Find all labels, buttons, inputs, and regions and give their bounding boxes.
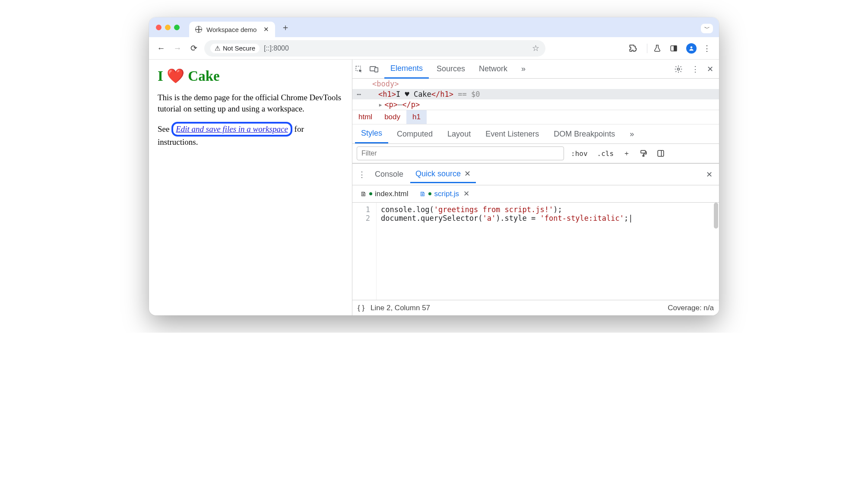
devtools-kebab-icon[interactable]: ⋮: [689, 64, 702, 74]
file-tabstrip: 🗎 index.html 🗎 script.js ✕: [352, 185, 719, 203]
code-string: 'font-style:italic': [540, 214, 624, 223]
editor-gutter: 1 2: [352, 203, 377, 300]
address-text: [::]:8000: [264, 45, 289, 52]
p2-before: See: [158, 124, 171, 134]
devtools-close-icon[interactable]: ✕: [703, 64, 716, 74]
code-string: 'greetings from script.js!': [434, 205, 553, 214]
styles-filter-input[interactable]: [357, 146, 564, 160]
heading-prefix: I: [158, 68, 167, 84]
devtools-panel: Elements Sources Network » ⋮ ✕ <body> <h…: [352, 60, 719, 315]
format-icon[interactable]: { }: [358, 304, 364, 312]
editor-statusbar: { } Line 2, Column 57 Coverage: n/a: [352, 300, 719, 315]
tab-search-button[interactable]: ﹀: [701, 24, 713, 33]
svg-point-6: [678, 68, 680, 70]
svg-rect-5: [375, 67, 378, 72]
line-number: 1: [352, 205, 370, 214]
dom-close-tag: </h1>: [431, 90, 453, 99]
file-tab-index[interactable]: 🗎 index.html: [356, 188, 412, 200]
dom-row-p[interactable]: ▸<p>⋯</p>: [352, 99, 719, 110]
hov-toggle[interactable]: :hov: [568, 149, 590, 159]
code-token: console.log(: [381, 205, 434, 214]
line-number: 2: [352, 214, 370, 223]
close-icon[interactable]: ✕: [463, 189, 469, 198]
file-tab-script[interactable]: 🗎 script.js ✕: [415, 188, 474, 200]
omnibox[interactable]: ⚠ Not Secure [::]:8000 ☆: [204, 40, 545, 57]
traffic-lights: [156, 25, 180, 30]
labs-icon[interactable]: [653, 45, 665, 52]
drawer-tab-quick-source[interactable]: Quick source ✕: [410, 165, 476, 183]
tab-network[interactable]: Network: [473, 60, 513, 78]
dom-row-body[interactable]: <body>: [352, 79, 719, 89]
globe-icon: [195, 26, 202, 33]
svg-rect-8: [643, 156, 644, 156]
dom-row-h1[interactable]: <h1>I ♥ Cake</h1> == $0: [352, 89, 719, 99]
toolbar-divider: [647, 44, 647, 53]
subtab-event-listeners[interactable]: Event Listeners: [479, 125, 545, 143]
security-label: Not Secure: [223, 45, 255, 52]
close-icon[interactable]: ✕: [263, 25, 269, 33]
subtab-layout[interactable]: Layout: [441, 125, 477, 143]
subtab-more[interactable]: »: [624, 125, 640, 143]
modified-dot-icon: [428, 192, 431, 195]
code-string: 'a': [482, 214, 496, 223]
svg-point-2: [691, 46, 693, 48]
subtab-dom-breakpoints[interactable]: DOM Breakpoints: [548, 125, 621, 143]
workspace-link[interactable]: Edit and save files in a workspace: [176, 124, 288, 134]
new-style-rule-icon[interactable]: ＋: [621, 148, 633, 159]
extensions-icon[interactable]: [629, 44, 641, 52]
code-token: ;: [624, 214, 628, 223]
dom-open-tag: <h1>: [378, 90, 396, 99]
svg-rect-7: [641, 150, 646, 153]
dom-breadcrumbs: html body h1: [352, 110, 719, 124]
tab-more[interactable]: »: [515, 60, 532, 78]
drawer-tab-console[interactable]: Console: [370, 166, 409, 182]
code-token: ).style =: [496, 214, 540, 223]
drawer-close-icon[interactable]: ✕: [703, 166, 716, 183]
modified-dot-icon: [369, 192, 372, 195]
window-close-button[interactable]: [156, 25, 162, 30]
crumb-html[interactable]: html: [352, 110, 378, 124]
tab-elements[interactable]: Elements: [384, 60, 429, 79]
link-highlight-box: Edit and save files in a workspace: [171, 122, 292, 137]
editor-code[interactable]: console.log('greetings from script.js!')…: [377, 203, 637, 300]
browser-tab[interactable]: Workspace demo ✕: [189, 22, 275, 37]
drawer-kebab-icon[interactable]: ⋮: [356, 166, 368, 183]
code-token: document.querySelector(: [381, 214, 482, 223]
svg-rect-1: [674, 46, 677, 51]
window-minimize-button[interactable]: [165, 25, 171, 30]
file-label: script.js: [434, 190, 459, 198]
editor-scrollbar[interactable]: [714, 203, 718, 229]
subtab-styles[interactable]: Styles: [355, 124, 388, 143]
paint-icon[interactable]: [637, 149, 650, 158]
settings-gear-icon[interactable]: [674, 65, 687, 73]
back-button[interactable]: ←: [155, 42, 167, 54]
crumb-h1[interactable]: h1: [406, 110, 427, 124]
kebab-menu-icon[interactable]: ⋮: [701, 44, 713, 53]
tab-sources[interactable]: Sources: [431, 60, 471, 78]
new-tab-button[interactable]: ＋: [281, 22, 290, 33]
profile-avatar[interactable]: [686, 43, 697, 54]
computed-sidebar-icon[interactable]: [654, 149, 667, 158]
device-toggle-icon[interactable]: [370, 66, 383, 73]
reload-button[interactable]: ⟳: [188, 42, 200, 54]
side-panel-icon[interactable]: [670, 45, 682, 52]
code-editor[interactable]: 1 2 console.log('greetings from script.j…: [352, 203, 719, 300]
coverage-label: Coverage: n/a: [668, 304, 714, 312]
close-icon[interactable]: ✕: [464, 169, 471, 178]
cls-toggle[interactable]: .cls: [595, 149, 617, 159]
page-heading: I ❤️ Cake: [158, 67, 343, 84]
forward-button[interactable]: →: [171, 42, 184, 54]
drawer: ⋮ Console Quick source ✕ ✕ 🗎 index.html: [352, 163, 719, 315]
window-zoom-button[interactable]: [174, 25, 180, 30]
page-paragraph-1: This is the demo page for the official C…: [158, 92, 343, 114]
dom-eq: == $0: [453, 90, 480, 99]
crumb-body[interactable]: body: [378, 110, 406, 124]
bookmark-star-icon[interactable]: ☆: [532, 43, 539, 53]
dom-tree[interactable]: <body> <h1>I ♥ Cake</h1> == $0 ▸<p>⋯</p>: [352, 79, 719, 110]
code-token: );: [553, 205, 562, 214]
inspect-icon[interactable]: [355, 65, 368, 73]
subtab-computed[interactable]: Computed: [391, 125, 439, 143]
drawer-tabstrip: ⋮ Console Quick source ✕ ✕: [352, 164, 719, 185]
file-icon: 🗎: [419, 190, 426, 197]
security-chip[interactable]: ⚠ Not Secure: [210, 44, 260, 53]
